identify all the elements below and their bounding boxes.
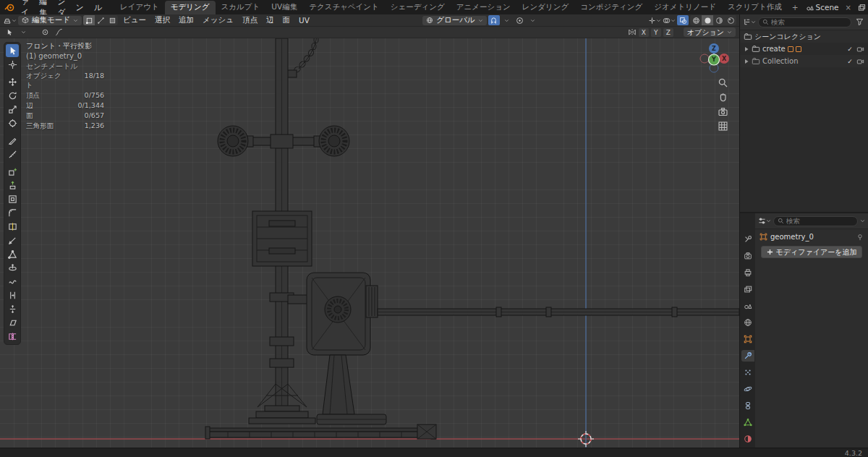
tab-scripting[interactable]: スクリプト作成 xyxy=(722,1,788,14)
ortho-grid-icon[interactable] xyxy=(718,121,728,132)
tab-world[interactable] xyxy=(741,317,754,328)
snap-settings-dropdown[interactable] xyxy=(501,15,513,25)
tool-rip-region-button[interactable] xyxy=(6,330,19,343)
zoom-icon[interactable] xyxy=(718,77,728,88)
tab-geometry-nodes[interactable]: ジオメトリノード xyxy=(648,1,722,14)
tab-texture-paint[interactable]: テクスチャペイント xyxy=(303,1,385,14)
menu-mesh[interactable]: メッシュ xyxy=(199,15,237,25)
tool-edge-slide-button[interactable] xyxy=(6,289,19,302)
disclosure-triangle-icon[interactable] xyxy=(744,59,749,64)
tab-compositing[interactable]: コンポジティング xyxy=(574,1,648,14)
edge-select-mode-button[interactable] xyxy=(95,15,106,25)
menu-select[interactable]: 選択 xyxy=(151,15,174,25)
tab-view-layer[interactable] xyxy=(741,283,754,295)
tab-particles[interactable] xyxy=(741,367,754,378)
pin-icon[interactable] xyxy=(856,234,864,241)
tool-spin-button[interactable] xyxy=(6,261,19,274)
menu-add[interactable]: 追加 xyxy=(175,15,197,25)
tool-fallback-dropdown[interactable] xyxy=(17,27,29,38)
tool-extrude-button[interactable] xyxy=(6,179,19,192)
tab-output[interactable] xyxy=(741,267,754,278)
add-workspace-button[interactable]: + xyxy=(788,3,803,12)
tab-sculpting[interactable]: スカルプト xyxy=(216,1,266,14)
vertex-select-mode-button[interactable] xyxy=(83,15,95,25)
mode-dropdown[interactable]: 編集モード xyxy=(18,16,82,25)
tool-add-cube-button[interactable] xyxy=(6,165,19,178)
tab-animation[interactable]: アニメーション xyxy=(451,1,516,14)
properties-search-input[interactable] xyxy=(786,217,854,225)
xray-toggle-button[interactable] xyxy=(677,15,689,25)
tab-object-data[interactable] xyxy=(741,417,754,428)
blender-logo-icon[interactable] xyxy=(4,2,14,12)
camera-restrict-icon[interactable] xyxy=(856,58,864,65)
navigation-gizmo[interactable]: Z X Y xyxy=(697,42,731,75)
tool-bevel-button[interactable] xyxy=(6,206,19,219)
tab-rendering[interactable]: レンダリング xyxy=(516,1,574,14)
tab-scene[interactable] xyxy=(741,300,754,312)
falloff-icon-button[interactable] xyxy=(53,27,64,38)
mirror-x-toggle[interactable]: X xyxy=(639,28,649,37)
menu-edge[interactable]: 辺 xyxy=(263,15,278,25)
camera-view-icon[interactable] xyxy=(718,106,728,117)
tool-smooth-button[interactable] xyxy=(6,275,19,288)
transform-orientation-dropdown[interactable]: グローバル xyxy=(422,16,486,25)
tool-shrink-fatten-button[interactable] xyxy=(6,302,19,315)
mirror-y-toggle[interactable]: Y xyxy=(651,28,661,37)
properties-searchbox[interactable] xyxy=(773,216,858,226)
show-overlays-dropdown[interactable] xyxy=(663,15,676,25)
tool-cursor-button[interactable] xyxy=(6,58,19,71)
outliner-searchbox[interactable] xyxy=(758,17,851,27)
menu-view[interactable]: ビュー xyxy=(119,15,150,25)
outliner-editor-type-button[interactable] xyxy=(743,17,756,27)
properties-editor-type-button[interactable] xyxy=(758,216,771,226)
tool-shear-button[interactable] xyxy=(6,316,19,329)
shading-solid-button[interactable] xyxy=(702,15,713,25)
viewlayer-selector[interactable]: ViewLayer xyxy=(855,2,868,12)
disclosure-triangle-icon[interactable] xyxy=(744,46,749,52)
tab-constraints[interactable] xyxy=(741,400,754,411)
checkbox-icon[interactable]: ✓ xyxy=(846,46,854,53)
outliner-row-create[interactable]: create ✓ xyxy=(740,43,868,55)
breadcrumb-object-name[interactable]: geometry_0 xyxy=(770,233,814,241)
face-select-mode-button[interactable] xyxy=(106,15,118,25)
snap-toggle-button[interactable] xyxy=(488,15,500,25)
tab-physics[interactable] xyxy=(741,383,754,395)
mirror-z-toggle[interactable]: Z xyxy=(663,28,673,37)
menu-face[interactable]: 面 xyxy=(278,15,294,25)
menu-uv[interactable]: UV xyxy=(295,16,313,25)
tool-knife-button[interactable] xyxy=(6,234,19,247)
pan-hand-icon[interactable] xyxy=(718,92,728,103)
tab-shading[interactable]: シェーディング xyxy=(385,1,451,14)
shading-wireframe-button[interactable] xyxy=(690,15,702,25)
viewport-canvas[interactable]: フロント・平行投影 (1) geometry_0 センチメートル オブジェクト1… xyxy=(0,38,739,448)
shading-rendered-button[interactable] xyxy=(725,15,736,25)
tab-object[interactable] xyxy=(741,333,754,345)
editor-type-button[interactable] xyxy=(3,15,17,25)
tab-material[interactable] xyxy=(741,433,754,445)
tab-layout[interactable]: レイアウト xyxy=(114,1,165,14)
outliner-filter-button[interactable] xyxy=(854,17,865,27)
tool-move-button[interactable] xyxy=(6,75,19,88)
show-gizmo-dropdown[interactable] xyxy=(648,15,661,25)
menu-vertex[interactable]: 頂点 xyxy=(239,15,261,25)
tab-modifiers[interactable] xyxy=(741,350,754,362)
tool-rotate-button[interactable] xyxy=(6,89,19,102)
outliner-row-scene-collection[interactable]: シーンコレクション xyxy=(740,30,868,43)
tool-transform-button[interactable] xyxy=(6,116,19,129)
scene-unlink-icon[interactable]: × xyxy=(844,4,853,12)
tool-inset-button[interactable] xyxy=(6,192,19,205)
scene-selector[interactable]: Scene xyxy=(803,2,842,12)
tool-measure-button[interactable] xyxy=(6,148,19,161)
chevron-down-icon[interactable] xyxy=(860,218,865,223)
tab-uv-editing[interactable]: UV編集 xyxy=(265,1,303,14)
active-tool-button[interactable] xyxy=(4,27,15,38)
add-modifier-button[interactable]: モディファイアーを追加 xyxy=(761,246,862,258)
tool-poly-build-button[interactable] xyxy=(6,247,19,260)
camera-restrict-icon[interactable] xyxy=(856,46,864,53)
proportional-edit-button[interactable] xyxy=(514,15,526,25)
tab-tool[interactable] xyxy=(741,234,754,245)
tool-scale-button[interactable] xyxy=(6,103,19,116)
options-dropdown[interactable]: オプション xyxy=(684,27,736,37)
proportional-settings-dropdown[interactable] xyxy=(527,15,539,25)
shading-material-button[interactable] xyxy=(713,15,725,25)
